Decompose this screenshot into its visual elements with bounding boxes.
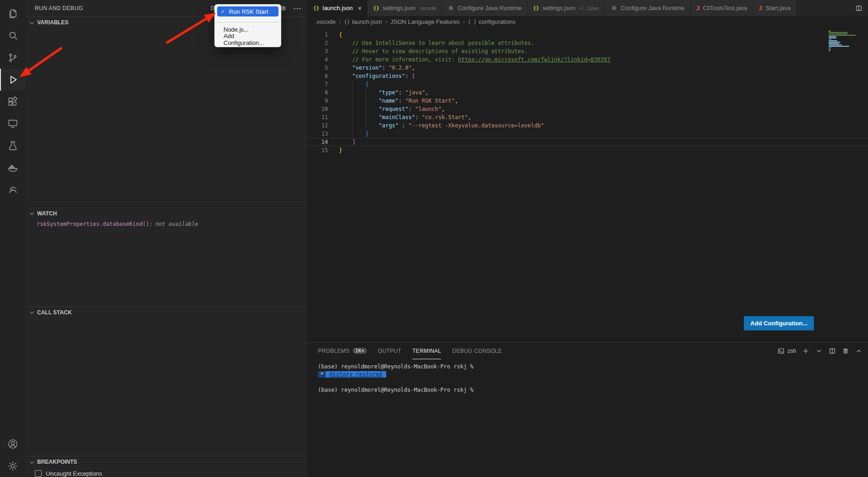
uncaught-exceptions-checkbox[interactable] (35, 470, 42, 477)
line-number[interactable]: 12 (308, 121, 328, 130)
minimap-line (829, 46, 849, 47)
explorer-icon[interactable] (0, 3, 26, 25)
menu-item-run-rsk-start[interactable]: ✓Run RSK Start (217, 6, 278, 16)
code-line-1[interactable]: 1{ (308, 31, 868, 39)
call-stack-section-header[interactable]: CALL STACK (26, 307, 307, 318)
code-line-6[interactable]: 6 "configurations": [ (308, 72, 868, 80)
line-number[interactable]: 4 (308, 55, 328, 64)
chevron-down-icon[interactable] (815, 347, 823, 355)
terminal-output[interactable]: (base) reynoldmorel@Reynolds-MacBook-Pro… (308, 359, 868, 477)
code-line-5[interactable]: 5 "version": "0.2.0", (308, 64, 868, 72)
line-number[interactable]: 8 (308, 88, 328, 97)
tab-configure-java-runtime[interactable]: Configure Java Runtime (605, 0, 690, 16)
breakpoints-section-header[interactable]: BREAKPOINTS (26, 456, 307, 467)
line-number[interactable]: 14 (308, 138, 328, 146)
tab-detail: ~/.../User (579, 5, 599, 11)
tab-title: Configure Java Runtime (458, 5, 521, 11)
accounts-icon[interactable] (0, 433, 26, 455)
trash-icon[interactable] (842, 347, 849, 355)
split-terminal-icon[interactable] (829, 347, 836, 355)
tab-configure-java-runtime[interactable]: Configure Java Runtime (442, 0, 527, 16)
panel-control-icons (802, 347, 863, 355)
line-number[interactable]: 3 (308, 47, 328, 55)
activity-bar-bottom (0, 433, 26, 477)
testing-icon[interactable] (0, 135, 26, 157)
menu-item-add-configuration[interactable]: Add Configuration... (217, 34, 278, 44)
code-line-10[interactable]: 10 "request": "launch", (308, 105, 868, 113)
chevron-down-icon (30, 210, 34, 215)
breadcrumb-item-vscode[interactable]: .vscode (315, 18, 336, 25)
code-line-3[interactable]: 3 // Hover to view descriptions of exist… (308, 47, 868, 55)
extensions-icon[interactable] (0, 91, 26, 113)
breakpoint-row: Uncaught Exceptions (26, 467, 307, 477)
line-number[interactable]: 6 (308, 72, 328, 80)
line-number[interactable]: 13 (308, 130, 328, 138)
minimap-line (829, 33, 847, 34)
panel-tab-output[interactable]: OUTPUT (378, 343, 401, 359)
history-restored-marker: * (318, 371, 326, 378)
line-number[interactable]: 1 (308, 31, 328, 39)
plus-icon[interactable] (802, 347, 809, 355)
tab-launch-json[interactable]: {}launch.json× (308, 0, 368, 16)
line-number[interactable]: 7 (308, 80, 328, 88)
tab-clitoolstest-java[interactable]: JCliToolsTest.java (691, 0, 753, 16)
chevron-up-icon[interactable] (855, 347, 863, 355)
docker-icon[interactable] (0, 157, 26, 179)
shell-label: zsh (787, 348, 796, 354)
minimap-line (829, 36, 836, 37)
line-number[interactable]: 2 (308, 39, 328, 47)
code-line-14[interactable]: 14 ] (308, 138, 868, 146)
indent-guide (352, 80, 353, 138)
minimap-line (829, 32, 848, 33)
terminal-icon (777, 347, 785, 355)
tab-settings-json[interactable]: {}settings.json.vscode (368, 0, 442, 16)
code-line-7[interactable]: 7 { (308, 80, 868, 88)
line-number[interactable]: 5 (308, 64, 328, 72)
remote-explorer-icon[interactable] (0, 113, 26, 135)
code-line-12[interactable]: 12 "args" : "--regtest -Xkeyvalue.dataso… (308, 121, 868, 130)
breadcrumb-item-json-language-features[interactable]: JSON Language Features (390, 18, 459, 25)
run-and-debug-icon[interactable] (0, 69, 26, 91)
source-control-icon[interactable] (0, 47, 26, 69)
breadcrumb: .vscode›{}launch.json›JSON Language Feat… (308, 16, 868, 27)
manage-gear-icon[interactable] (0, 455, 26, 477)
line-number[interactable]: 10 (308, 105, 328, 113)
split-editor-icon[interactable] (855, 5, 863, 12)
watch-section: WATCH rskSystemProperties.databaseKind()… (26, 208, 307, 307)
code-editor[interactable]: 1{2 // Use IntelliSense to learn about p… (308, 27, 868, 342)
line-number[interactable]: 11 (308, 113, 328, 121)
watch-section-header[interactable]: WATCH (26, 208, 307, 219)
minimap-line (829, 39, 831, 40)
code-line-11[interactable]: 11 "mainClass": "co.rsk.Start", (308, 113, 868, 121)
panel-tab-problems[interactable]: PROBLEMS1K+ (318, 343, 367, 359)
add-configuration-button[interactable]: Add Configuration... (744, 316, 814, 330)
editor-group: {}launch.json×{}settings.json.vscodeConf… (308, 0, 868, 477)
breadcrumb-item-launch-json[interactable]: {}launch.json (344, 18, 382, 25)
line-number[interactable]: 15 (308, 146, 328, 154)
code-line-8[interactable]: 8 "type": "java", (308, 88, 868, 97)
minimap-line (829, 49, 830, 49)
terminal-shell-picker[interactable]: zsh (777, 347, 796, 355)
code-line-2[interactable]: 2 // Use IntelliSense to learn about pos… (308, 39, 868, 47)
tab-start-java[interactable]: JStart.java (753, 0, 797, 16)
code-line-9[interactable]: 9 "name": "Run RSK Start", (308, 97, 868, 105)
tab-title: CliToolsTest.java (703, 5, 747, 11)
more-actions-icon[interactable]: ··· (294, 5, 302, 12)
minimap-line (829, 40, 837, 41)
code-line-15[interactable]: 15} (308, 146, 868, 154)
line-number[interactable]: 9 (308, 97, 328, 105)
code-line-4[interactable]: 4 // For more information, visit: https:… (308, 55, 868, 64)
terminal-line (318, 378, 868, 386)
panel-tab-debug-console[interactable]: DEBUG CONSOLE (452, 343, 502, 359)
breadcrumb-separator-icon: › (339, 18, 341, 25)
search-icon[interactable] (0, 25, 26, 47)
breadcrumb-item-configurations[interactable]: [ ]configurations (468, 18, 516, 25)
watch-expression-row[interactable]: rskSystemProperties.databaseKind():not a… (26, 219, 307, 227)
panel-tab-terminal[interactable]: TERMINAL (412, 343, 441, 359)
gradle-icon[interactable] (0, 179, 26, 201)
tab-settings-json[interactable]: {}settings.json~/.../User (528, 0, 605, 16)
close-tab-icon[interactable]: × (358, 5, 362, 11)
code-line-13[interactable]: 13 } (308, 130, 868, 138)
minimap-line (829, 50, 830, 51)
minimap[interactable] (829, 31, 861, 51)
